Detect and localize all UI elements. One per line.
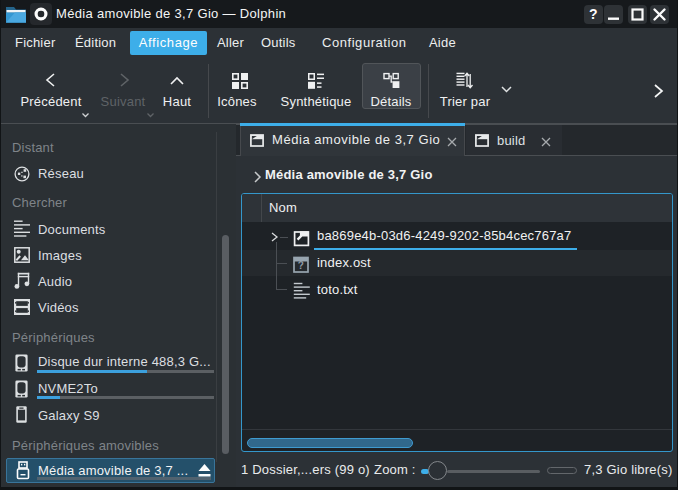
svg-text:?: ?: [298, 260, 304, 271]
svg-text:?: ?: [589, 6, 598, 22]
